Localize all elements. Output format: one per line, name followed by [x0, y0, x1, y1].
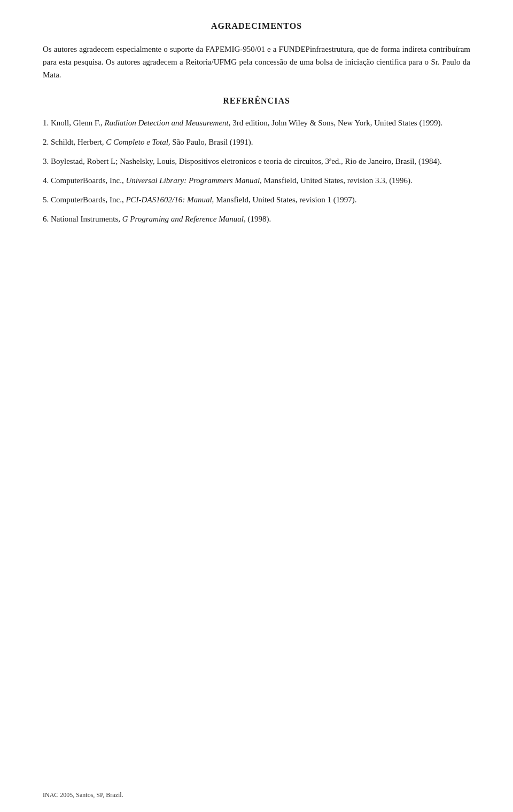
list-item: 6. National Instruments, G Programing an…	[43, 212, 470, 225]
ref-title: PCI-DAS1602/16: Manual,	[126, 195, 214, 204]
ref-title: Universal Library: Programmers Manual,	[126, 176, 261, 185]
referencias-title: REFERÊNCIAS	[43, 96, 470, 106]
ref-author: ComputerBoards, Inc.,	[51, 176, 126, 185]
ref-details: (1998).	[246, 215, 271, 223]
ref-number: 3.	[43, 157, 51, 165]
ref-details: , 3rd edition, John Wiley & Sons, New Yo…	[229, 119, 442, 127]
agradecimentos-title: AGRADECIMENTOS	[43, 21, 470, 31]
ref-title: C Completo e Total,	[106, 138, 170, 146]
ref-author: Knoll, Glenn F.,	[51, 119, 104, 127]
ref-number: 5.	[43, 195, 51, 204]
ref-details: São Paulo, Brasil (1991).	[170, 138, 253, 146]
page-container: AGRADECIMENTOS Os autores agradecem espe…	[0, 0, 513, 812]
list-item: 1. Knoll, Glenn F., Radiation Detection …	[43, 116, 470, 129]
reference-list: 1. Knoll, Glenn F., Radiation Detection …	[43, 116, 470, 225]
agradecimentos-paragraph: Os autores agradecem especialmente o sup…	[43, 43, 470, 81]
list-item: 2. Schildt, Herbert, C Completo e Total,…	[43, 136, 470, 148]
ref-author: National Instruments,	[51, 215, 122, 223]
ref-details: Mansfield, United States, revision 1 (19…	[214, 195, 356, 204]
page-footer: INAC 2005, Santos, SP, Brazil.	[43, 791, 123, 799]
ref-title: Radiation Detection and Measurement	[104, 119, 228, 127]
ref-number: 1.	[43, 119, 51, 127]
list-item: 3. Boylestad, Robert L; Nashelsky, Louis…	[43, 155, 470, 168]
ref-number: 2.	[43, 138, 51, 146]
ref-number: 4.	[43, 176, 51, 185]
list-item: 5. ComputerBoards, Inc., PCI-DAS1602/16:…	[43, 193, 470, 206]
ref-author: Schildt, Herbert,	[51, 138, 106, 146]
ref-title: G Programing and Reference Manual,	[122, 215, 246, 223]
ref-details: Mansfield, United States, revision 3.3, …	[262, 176, 413, 185]
list-item: 4. ComputerBoards, Inc., Universal Libra…	[43, 174, 470, 187]
ref-author: Boylestad, Robert L; Nashelsky, Louis, D…	[51, 157, 442, 165]
ref-number: 6.	[43, 215, 51, 223]
ref-author: ComputerBoards, Inc.,	[51, 195, 126, 204]
